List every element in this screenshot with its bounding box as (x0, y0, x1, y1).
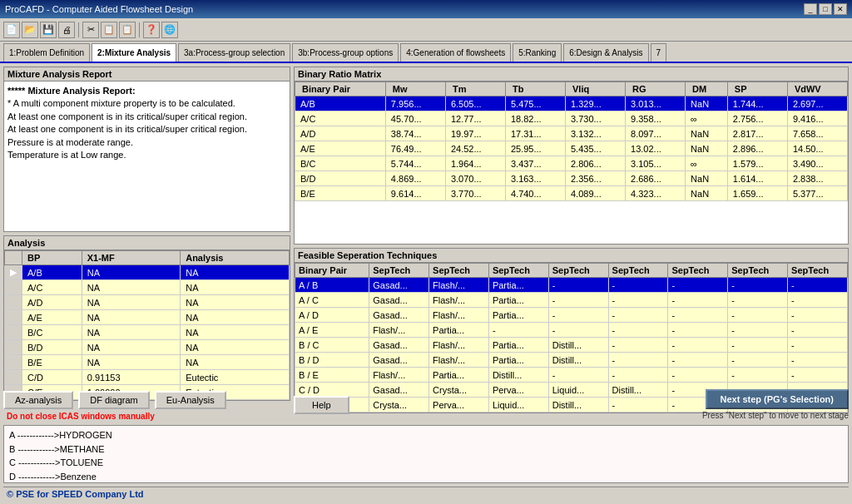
cell-sp: 2.756... (727, 111, 787, 126)
tab-process-group-opt[interactable]: 3b:Process-group options (292, 43, 399, 62)
minimize-btn[interactable]: _ (804, 3, 817, 15)
cell-vdwv: 14.50... (787, 141, 847, 156)
cell-s1: Gasad... (369, 353, 429, 368)
table-row[interactable]: A/C 45.70... 12.77... 18.82... 3.730... … (295, 111, 848, 126)
table-row[interactable]: B/D 4.869... 3.070... 3.163... 2.356... … (295, 171, 848, 186)
report-line-3: At least one component is in its critica… (7, 111, 286, 123)
cell-tm: 3.070... (445, 171, 505, 186)
tab-process-group-sel[interactable]: 3a:Process-group selection (178, 43, 290, 62)
toolbar-icon-open[interactable]: 📂 (22, 22, 38, 38)
toolbar-icon-print[interactable]: 🖨 (58, 22, 75, 38)
cell-pair: B / E (295, 368, 369, 383)
cell-x1mf: NA (82, 340, 180, 355)
cell-analysis: NA (181, 355, 290, 370)
toolbar-icon-cut[interactable]: ✂ (82, 22, 99, 38)
table-row[interactable]: B/E 9.614... 3.770... 4.740... 4.089... … (295, 186, 848, 201)
cell-s3: Partia... (488, 278, 548, 293)
table-row[interactable]: B / E Flash/... Partia... Distill... - -… (295, 368, 848, 383)
table-row[interactable]: B/C 5.744... 1.964... 3.437... 2.806... … (295, 156, 848, 171)
col-analysis: Analysis (181, 251, 290, 265)
cell-s4: - (548, 308, 608, 323)
cell-s2: Flash/... (429, 308, 489, 323)
row-indicator: ▶ (5, 265, 22, 280)
toolbar-separator (78, 22, 79, 37)
cell-sp: 1.659... (727, 186, 787, 201)
df-diagram-btn[interactable]: DF diagram (78, 391, 149, 409)
mcol-pair: Binary Pair (295, 82, 386, 96)
cell-vliq: 5.435... (566, 141, 626, 156)
table-row[interactable]: A / D Gasad... Flash/... Partia... - - -… (295, 308, 848, 323)
cell-vliq: 2.806... (566, 156, 626, 171)
cell-rg: 3.013... (626, 96, 686, 111)
cell-tm: 19.97... (445, 126, 505, 141)
cell-pair: B/C (295, 156, 386, 171)
table-row[interactable]: B/C NA NA (5, 325, 290, 340)
toolbar-icon-save[interactable]: 💾 (40, 22, 57, 38)
cell-s1: Gasad... (369, 308, 429, 323)
table-row[interactable]: A/D 38.74... 19.97... 17.31... 3.132... … (295, 126, 848, 141)
table-row[interactable]: A / C Gasad... Flash/... Partia... - - -… (295, 293, 848, 308)
cell-pair: B / D (295, 353, 369, 368)
toolbar-icon-help[interactable]: ❓ (143, 22, 160, 38)
eu-analysis-btn[interactable]: Eu-Analysis (155, 391, 226, 409)
window-controls[interactable]: _ □ ✕ (804, 3, 847, 15)
cell-s5: - (608, 338, 668, 353)
toolbar-icon-web[interactable]: 🌐 (161, 22, 178, 38)
row-indicator (5, 370, 22, 385)
cell-s5: - (608, 368, 668, 383)
cell-s6: - (668, 368, 728, 383)
table-row[interactable]: A/C NA NA (5, 280, 290, 295)
cell-pair: A/B (295, 96, 386, 111)
cell-pair: A / C (295, 293, 369, 308)
log-area: A ------------>HYDROGENB ------------>ME… (3, 425, 849, 483)
table-row[interactable]: ▶ A/B NA NA (5, 265, 290, 280)
binary-ratio-title: Binary Ratio Matrix (295, 67, 848, 82)
title-bar: ProCAFD - Computer Aided Flowsheet Desig… (0, 0, 852, 18)
maximize-btn[interactable]: □ (819, 3, 832, 15)
cell-sp: 2.817... (727, 126, 787, 141)
table-row[interactable]: B/D NA NA (5, 340, 290, 355)
main-content: Mixture Analysis Report ***** Mixture An… (0, 63, 852, 504)
tab-ranking[interactable]: 5:Ranking (513, 43, 562, 62)
toolbar-icon-paste[interactable]: 📋 (119, 22, 136, 38)
table-row[interactable]: A/E 76.49... 24.52... 25.95... 5.435... … (295, 141, 848, 156)
cell-analysis: NA (181, 295, 290, 310)
close-btn[interactable]: ✕ (834, 3, 847, 15)
toolbar-icon-new[interactable]: 📄 (3, 22, 20, 38)
cell-bp: A/D (22, 295, 82, 310)
table-row[interactable]: A/D NA NA (5, 295, 290, 310)
next-step-btn[interactable]: Next step (PG's Selection) (706, 389, 850, 409)
cell-s2: Flash/... (429, 353, 489, 368)
tab-gen-flowsheets[interactable]: 4:Generation of flowsheets (400, 43, 511, 62)
tab-design-analysis[interactable]: 6:Design & Analysis (563, 43, 648, 62)
table-row[interactable]: A/E NA NA (5, 310, 290, 325)
cell-analysis: NA (181, 310, 290, 325)
mcol-rg: RG (626, 82, 686, 96)
tab-problem-def[interactable]: 1:Problem Definition (3, 43, 90, 62)
table-row[interactable]: B / C Gasad... Flash/... Partia... Disti… (295, 338, 848, 353)
table-row[interactable]: B/E NA NA (5, 355, 290, 370)
cell-pair: A/C (295, 111, 386, 126)
toolbar-icon-copy[interactable]: 📋 (101, 22, 117, 38)
analysis-table-container[interactable]: BP X1-MF Analysis ▶ A/B NA NA A/C NA NA … (4, 250, 290, 400)
tab-mixture-analysis[interactable]: 2:Mixture Analysis (92, 43, 176, 62)
cell-sp: 2.896... (727, 141, 787, 156)
cell-s2: Partia... (429, 323, 489, 338)
cell-pair: B/E (295, 186, 386, 201)
table-row[interactable]: A/B 7.956... 6.505... 5.475... 1.329... … (295, 96, 848, 111)
table-row[interactable]: A / E Flash/... Partia... - - - - - - (295, 323, 848, 338)
help-btn[interactable]: Help (294, 396, 349, 414)
feasible-sep-title: Feasible Seperation Techniques (295, 249, 848, 263)
table-row[interactable]: B / D Gasad... Flash/... Partia... Disti… (295, 353, 848, 368)
cell-tb: 3.163... (505, 171, 565, 186)
cell-s6: - (668, 293, 728, 308)
cell-analysis: NA (181, 265, 290, 280)
mcol-sp: SP (727, 82, 787, 96)
table-row[interactable]: A / B Gasad... Flash/... Partia... - - -… (295, 278, 848, 293)
bottom-buttons: Az-analysis DF diagram Eu-Analysis (3, 389, 290, 411)
table-row[interactable]: C/D 0.91153 Eutectic (5, 370, 290, 385)
az-analysis-btn[interactable]: Az-analysis (3, 391, 73, 409)
tab-7[interactable]: 7 (651, 43, 667, 62)
cell-s4: - (548, 323, 608, 338)
matrix-container[interactable]: Binary Pair Mw Tm Tb Vliq RG DM SP VdWV (295, 82, 848, 244)
